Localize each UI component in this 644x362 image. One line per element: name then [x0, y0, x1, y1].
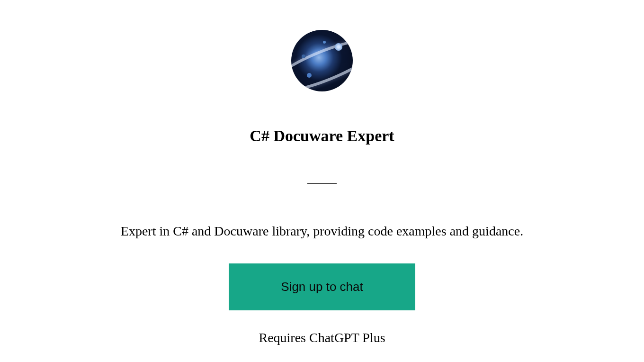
signup-button[interactable]: Sign up to chat — [229, 263, 415, 310]
description-text: Expert in C# and Docuware library, provi… — [121, 223, 523, 240]
avatar — [291, 30, 353, 91]
page-title: C# Docuware Expert — [250, 127, 394, 145]
requires-plus-text: Requires ChatGPT Plus — [259, 330, 385, 345]
separator — [307, 183, 337, 184]
